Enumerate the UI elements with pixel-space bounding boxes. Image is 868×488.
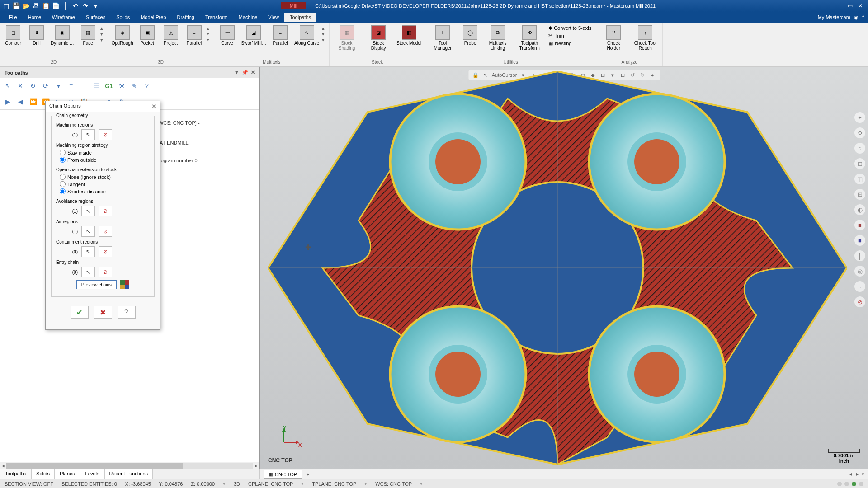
rt-wire-icon[interactable]: ⊞ bbox=[854, 189, 865, 200]
help-icon[interactable]: ? bbox=[141, 80, 153, 92]
status-dot-2[interactable] bbox=[844, 482, 849, 486]
my-mastercam-link[interactable]: My Mastercam bbox=[818, 14, 850, 20]
paste-icon[interactable]: 📄 bbox=[52, 2, 60, 10]
project-button[interactable]: ◬Project bbox=[160, 23, 182, 47]
air-clear-button[interactable] bbox=[99, 226, 112, 237]
ribbon-collapse-icon[interactable]: ^ bbox=[862, 14, 864, 20]
containment-select-button[interactable] bbox=[81, 246, 95, 257]
rt-shade-icon[interactable]: ◐ bbox=[854, 204, 865, 215]
rt-color1-icon[interactable]: ■ bbox=[854, 220, 865, 230]
air-select-button[interactable] bbox=[81, 226, 95, 237]
status-dot-3[interactable] bbox=[852, 482, 856, 486]
ok-button[interactable]: ✔ bbox=[71, 306, 89, 319]
edit-icon[interactable]: ✎ bbox=[128, 80, 140, 92]
probe-button[interactable]: ◯Probe bbox=[459, 23, 481, 47]
tab-file[interactable]: File bbox=[4, 13, 23, 22]
group-ma-expand[interactable]: ▴▾▾ bbox=[322, 23, 327, 45]
entry-clear-button[interactable] bbox=[99, 267, 112, 277]
nesting-button[interactable]: ▦Nesting bbox=[547, 40, 593, 47]
tab-machine[interactable]: Machine bbox=[233, 13, 263, 22]
add-view-button[interactable]: + bbox=[304, 472, 312, 477]
tab-drafting[interactable]: Drafting bbox=[171, 13, 200, 22]
multiaxis-linking-button[interactable]: ⧉Multiaxis Linking bbox=[482, 23, 513, 52]
rt-color2-icon[interactable]: ■ bbox=[854, 235, 865, 246]
tab-wireframe[interactable]: Wireframe bbox=[47, 13, 80, 22]
convert-5axis-button[interactable]: ◆Convert to 5-axis bbox=[547, 24, 593, 31]
select-icon[interactable]: ↖ bbox=[2, 80, 14, 92]
stock-model-button[interactable]: ◧Stock Model bbox=[395, 23, 423, 47]
drill-button[interactable]: ⬇Drill bbox=[25, 23, 48, 47]
rt-zoom-icon[interactable]: + bbox=[854, 112, 865, 123]
preview-chains-button[interactable]: Preview chains bbox=[76, 280, 117, 289]
avoidance-clear-button[interactable] bbox=[99, 206, 112, 216]
tab-home[interactable]: Home bbox=[23, 13, 47, 22]
swarf-button[interactable]: ◢Swarf Milli… bbox=[240, 23, 269, 47]
curve-button[interactable]: 〰Curve bbox=[216, 23, 239, 47]
bottom-tab-levels[interactable]: Levels bbox=[80, 469, 104, 479]
panel-close-icon[interactable]: ✕ bbox=[251, 70, 255, 75]
rt-a-icon[interactable]: ◎ bbox=[854, 266, 865, 277]
scroll-right-icon[interactable]: ► bbox=[253, 464, 259, 468]
group-2d-expand[interactable]: ▴▾▾ bbox=[100, 23, 106, 45]
entry-select-button[interactable] bbox=[81, 267, 95, 277]
check-holder-button[interactable]: ?Check Holder bbox=[598, 23, 629, 52]
view-nav-prev-icon[interactable]: ◄ bbox=[848, 471, 853, 477]
deselect-icon[interactable]: ✕ bbox=[14, 80, 26, 92]
regen-dirty-icon[interactable]: ⟳ bbox=[40, 80, 52, 92]
stock-display-button[interactable]: ◪Stock Display bbox=[363, 23, 394, 52]
view-tab-cnc-top[interactable]: ▦CNC TOP bbox=[264, 470, 302, 479]
status-dot-4[interactable] bbox=[859, 482, 863, 486]
machining-select-button[interactable] bbox=[81, 129, 95, 140]
color-grid-icon[interactable] bbox=[120, 280, 129, 289]
panel-dropdown-icon[interactable]: ▼ bbox=[234, 70, 239, 75]
scroll-thumb[interactable] bbox=[6, 463, 183, 469]
tab-toolpaths[interactable]: Toolpaths bbox=[284, 13, 316, 22]
dialog-close-icon[interactable]: ✕ bbox=[151, 103, 156, 110]
radio-shortest[interactable]: Shortest distance bbox=[60, 188, 150, 194]
panel-pin-icon[interactable]: 📌 bbox=[242, 70, 248, 75]
panel-hscrollbar[interactable]: ◄ ► bbox=[0, 462, 259, 469]
tab-view[interactable]: View bbox=[263, 13, 284, 22]
status-dot-1[interactable] bbox=[837, 482, 842, 486]
radio-from-outside[interactable]: From outside bbox=[60, 157, 150, 163]
context-tab-mill[interactable]: Mill bbox=[281, 2, 307, 9]
dynamic-button[interactable]: ◉Dynamic … bbox=[49, 23, 76, 47]
rt-section-icon[interactable]: ◫ bbox=[854, 174, 865, 184]
rt-c-icon[interactable]: ⊘ bbox=[854, 296, 865, 307]
bottom-tab-toolpaths[interactable]: Toolpaths bbox=[0, 469, 31, 479]
radio-none[interactable]: None (ignore stock) bbox=[60, 174, 150, 180]
toolpath-transform-button[interactable]: ⟲Toolpath Transform bbox=[514, 23, 545, 52]
regen-icon[interactable]: ↻ bbox=[27, 80, 39, 92]
status-mode[interactable]: 3D bbox=[234, 481, 240, 487]
scroll-left-icon[interactable]: ◄ bbox=[0, 464, 6, 468]
rt-b-icon[interactable]: ○ bbox=[854, 281, 865, 292]
maximize-button[interactable]: ▭ bbox=[848, 3, 853, 9]
redo-icon[interactable]: ↷ bbox=[81, 2, 90, 10]
status-tplane[interactable]: TPLANE: CNC TOP bbox=[312, 481, 356, 487]
bottom-tab-solids[interactable]: Solids bbox=[31, 469, 55, 479]
qat-dropdown-icon[interactable]: ▾ bbox=[91, 2, 99, 10]
machining-clear-button[interactable] bbox=[99, 129, 112, 140]
group-3d-expand[interactable]: ▴▾▾ bbox=[207, 23, 212, 45]
bottom-tab-planes[interactable]: Planes bbox=[55, 469, 80, 479]
tool-icon[interactable]: ⚒ bbox=[116, 80, 127, 92]
viewport[interactable]: 🔒 ↖ AutoCursor ▾ ✦ ○ ↖ ⤴ ⤵ ◻ ◆ ⊞ ▾ ⊡ ↺ ↻… bbox=[260, 67, 868, 469]
minimize-button[interactable]: — bbox=[837, 3, 842, 9]
containment-clear-button[interactable] bbox=[99, 246, 112, 257]
radio-tangent[interactable]: Tangent bbox=[60, 181, 150, 187]
status-wcs[interactable]: WCS: CNC TOP bbox=[375, 481, 412, 487]
cancel-button[interactable]: ✖ bbox=[94, 306, 112, 319]
rt-pan-icon[interactable]: ✥ bbox=[854, 127, 865, 138]
layer1-icon[interactable]: ≡ bbox=[65, 80, 77, 92]
undo-icon[interactable]: ↶ bbox=[71, 2, 80, 10]
layer3-icon[interactable]: ☰ bbox=[90, 80, 102, 92]
along-curve-button[interactable]: ∿Along Curve bbox=[292, 23, 321, 47]
bottom-tab-recent[interactable]: Recent Functions bbox=[104, 469, 153, 479]
g1-button[interactable]: G1 bbox=[103, 80, 115, 92]
close-button[interactable]: ✕ bbox=[858, 3, 863, 9]
radio-stay-inside[interactable]: Stay inside bbox=[60, 150, 150, 155]
tab-transform[interactable]: Transform bbox=[200, 13, 233, 22]
tab-solids[interactable]: Solids bbox=[111, 13, 135, 22]
view-nav-next-icon[interactable]: ► bbox=[855, 471, 860, 477]
optirough-button[interactable]: ◈OptiRough bbox=[110, 23, 135, 47]
